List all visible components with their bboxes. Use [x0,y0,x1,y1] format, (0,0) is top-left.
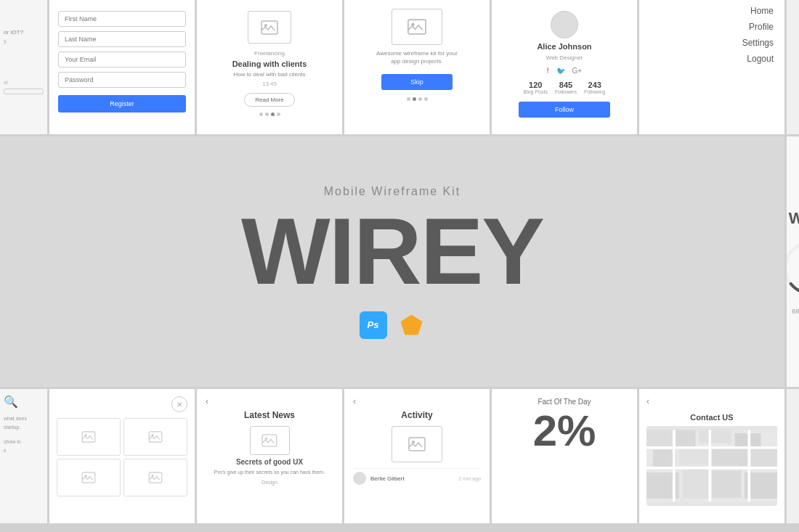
blog-category: Freelancing [254,50,285,57]
news-item-1: Secrets of good UX Pro's give up their s… [206,426,333,485]
svg-point-11 [84,475,86,477]
svg-point-17 [412,441,415,443]
svg-rect-34 [709,430,712,502]
wirey-title: WIREY [241,204,543,298]
email-input[interactable] [58,52,186,67]
blog-title: Dealing with clients [232,60,307,68]
read-more-button[interactable]: Read More [244,93,295,107]
nav-item-logout[interactable]: Logout [747,54,774,64]
wireframe-image-placeholder [392,9,442,45]
thumb-1 [57,418,121,456]
news-category: Design [261,480,277,485]
thumb-3 [57,459,121,496]
thumb-4 [123,459,187,496]
main-banner: Mobile Wireframe Kit WIREY Ps [0,136,784,387]
googleplus-icon[interactable]: G+ [572,67,583,75]
svg-rect-25 [712,446,748,466]
skip-button[interactable]: Skip [381,74,453,90]
svg-rect-23 [653,450,676,470]
search-grid-content [57,418,187,496]
activity-back-arrow[interactable]: ‹ [353,396,481,406]
profile-content: Alice Johnson Web Designer f 🐦 G+ 120 Bl… [492,0,637,128]
following-num: 243 [584,81,606,89]
nav-item-settings[interactable]: Settings [742,38,774,48]
svg-rect-21 [699,430,731,443]
loading-content: Wirey 68% Loaded [787,136,799,387]
partial-search-texts: what does startup. show in s [4,414,44,455]
wireframe-preview-cell: Awesome wireframe kit for your app desig… [344,0,490,134]
right-chevron-r1[interactable]: › [787,0,799,134]
password-input[interactable] [58,72,186,88]
svg-rect-31 [646,446,777,449]
wireframe-desc: Awesome wireframe kit for your app desig… [376,49,458,65]
wireframe-preview-content: Awesome wireframe kit for your app desig… [344,0,490,110]
news-header: Latest News [206,410,333,420]
user-avatar [353,472,366,485]
nav-item-home[interactable]: Home [750,6,774,16]
search-icon[interactable]: 🔍 [4,395,44,409]
blog-posts-label: Blog Posts [524,89,548,94]
close-button[interactable]: ✕ [171,396,187,412]
register-button[interactable]: Register [58,95,186,112]
svg-rect-26 [751,449,777,467]
svg-point-3 [411,23,414,26]
svg-rect-33 [673,430,676,502]
thumbnail-grid [57,418,187,496]
partial-text-xt: xt [4,80,44,85]
activity-user-row: Bertie Gilbert 2 min ago [353,468,481,488]
news-content: ‹ Latest News Secrets of good UX Pro's g… [197,389,342,492]
profile-cell: Alice Johnson Web Designer f 🐦 G+ 120 Bl… [492,0,637,134]
svg-point-7 [84,434,86,436]
last-name-input[interactable] [58,31,186,47]
map-area [646,426,777,506]
follow-button[interactable]: Follow [519,102,610,118]
user-name: Bertie Gilbert [370,475,454,482]
load-percentage-text: 68% Loaded [792,308,799,315]
nav-menu-content: Home Profile Settings Logout [639,0,784,71]
svg-point-1 [264,24,267,27]
pagination-dots [259,112,280,116]
twitter-icon[interactable]: 🐦 [556,67,565,75]
svg-rect-28 [683,470,709,499]
facebook-icon[interactable]: f [547,67,549,75]
partial-left-r1: or IOT? y. xt [0,0,47,134]
right-chevron-r3[interactable]: › [787,389,799,523]
news-title: Secrets of good UX [236,458,303,466]
svg-rect-32 [646,467,777,470]
grid-thumbnails-cell: ✕ [49,389,195,523]
news-back-arrow[interactable]: ‹ [206,396,333,406]
fact-number: 2% [533,409,596,453]
svg-rect-24 [679,449,709,465]
fact-cell: Fact Of The Day 2% [492,389,637,523]
wdot-2 [413,97,416,101]
dot-2 [265,112,269,116]
contact-back-arrow[interactable]: ‹ [646,396,649,406]
activity-header: Activity [353,410,481,420]
nav-item-profile[interactable]: Profile [749,22,774,32]
svg-rect-29 [712,470,742,498]
profile-name: Alice Johnson [537,42,591,51]
blog-content: Freelancing Dealing with clients How to … [197,0,342,127]
tool-icons-row: Ps [360,311,426,339]
first-name-input[interactable] [58,11,186,27]
activity-content: ‹ Activity Bertie Gilbert 2 min ago [344,389,490,495]
loading-panel: Wirey 68% Loaded › [787,136,799,387]
svg-rect-35 [748,430,751,502]
blog-timestamp: 13:45 [262,81,277,87]
blog-posts-stat: 120 Blog Posts [524,81,548,94]
svg-point-9 [151,434,153,436]
wdot-4 [424,97,428,101]
followers-num: 845 [555,81,577,89]
loading-title: Wirey [789,209,799,228]
kit-label: Mobile Wireframe Kit [324,185,461,198]
wdot-3 [418,97,422,101]
partial-text-y: y. [4,38,44,44]
following-stat: 243 Following [584,81,606,94]
partial-btn[interactable] [4,89,44,94]
blog-subtitle: How to deal with bad clients [233,71,305,78]
blog-post-cell: Freelancing Dealing with clients How to … [197,0,342,134]
blog-posts-num: 120 [524,81,548,89]
thumb-2 [123,418,187,456]
registration-form: Register [49,0,195,123]
photoshop-icon: Ps [360,311,387,339]
